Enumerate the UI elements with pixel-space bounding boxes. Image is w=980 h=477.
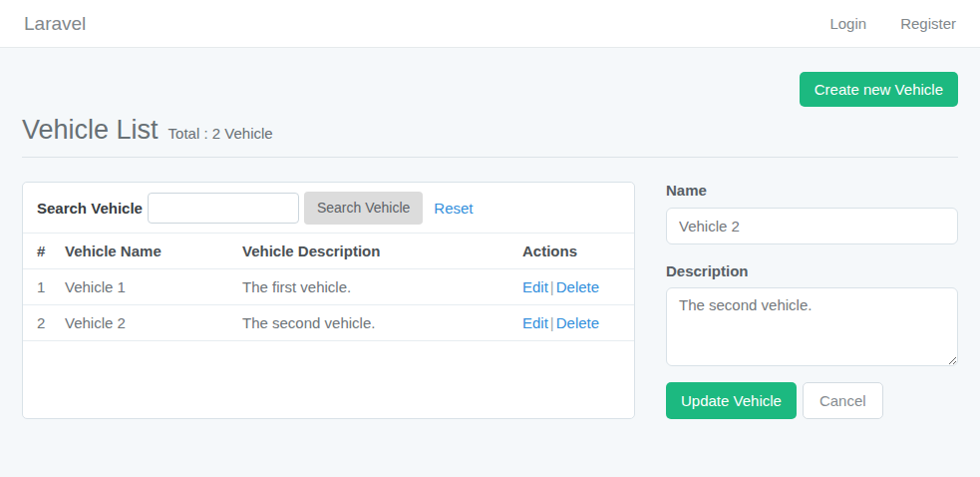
header-vehicle-name: Vehicle Name bbox=[51, 234, 228, 269]
content-columns: Search Vehicle Search Vehicle Reset # Ve… bbox=[22, 182, 958, 419]
cell-actions: Edit|Delete bbox=[508, 305, 634, 341]
delete-link[interactable]: Delete bbox=[556, 278, 599, 295]
navbar-links: Login Register bbox=[829, 15, 956, 32]
cell-vehicle-name: Vehicle 1 bbox=[51, 269, 228, 305]
cell-num: 1 bbox=[23, 269, 51, 305]
vehicle-edit-form: Name Description The second vehicle. Upd… bbox=[666, 182, 958, 419]
edit-link[interactable]: Edit bbox=[522, 278, 548, 295]
navbar: Laravel Login Register bbox=[0, 0, 980, 48]
cancel-button[interactable]: Cancel bbox=[803, 382, 883, 419]
name-input[interactable] bbox=[666, 208, 958, 244]
vehicle-list-card: Search Vehicle Search Vehicle Reset # Ve… bbox=[22, 182, 635, 419]
cell-vehicle-description: The first vehicle. bbox=[228, 269, 508, 305]
name-label: Name bbox=[666, 182, 958, 199]
search-label: Search Vehicle bbox=[37, 200, 143, 217]
create-button-row: Create new Vehicle bbox=[22, 72, 958, 107]
brand-link[interactable]: Laravel bbox=[24, 13, 86, 35]
page-title: Vehicle List bbox=[22, 115, 159, 146]
update-vehicle-button[interactable]: Update Vehicle bbox=[666, 382, 797, 419]
cell-num: 2 bbox=[23, 305, 51, 341]
cell-actions: Edit|Delete bbox=[508, 269, 634, 305]
page-heading: Vehicle List Total : 2 Vehicle bbox=[22, 115, 958, 146]
link-separator: | bbox=[550, 278, 554, 295]
cell-vehicle-name: Vehicle 2 bbox=[51, 305, 228, 341]
search-form: Search Vehicle Search Vehicle Reset bbox=[23, 183, 634, 233]
total-count-text: Total : 2 Vehicle bbox=[168, 125, 273, 142]
table-header-row: # Vehicle Name Vehicle Description Actio… bbox=[23, 234, 634, 269]
description-label: Description bbox=[666, 262, 958, 279]
header-vehicle-description: Vehicle Description bbox=[228, 234, 508, 269]
search-button[interactable]: Search Vehicle bbox=[304, 192, 423, 225]
divider bbox=[22, 157, 958, 158]
vehicle-table: # Vehicle Name Vehicle Description Actio… bbox=[23, 233, 634, 341]
edit-link[interactable]: Edit bbox=[522, 314, 548, 331]
description-field-group: Description The second vehicle. bbox=[666, 262, 958, 366]
link-separator: | bbox=[550, 314, 554, 331]
reset-link[interactable]: Reset bbox=[434, 200, 473, 217]
nav-login-link[interactable]: Login bbox=[829, 15, 866, 32]
main-content: Create new Vehicle Vehicle List Total : … bbox=[0, 48, 980, 419]
header-num: # bbox=[23, 234, 51, 269]
name-field-group: Name bbox=[666, 182, 958, 244]
cell-vehicle-description: The second vehicle. bbox=[228, 305, 508, 341]
delete-link[interactable]: Delete bbox=[556, 314, 599, 331]
table-row: 2 Vehicle 2 The second vehicle. Edit|Del… bbox=[23, 305, 634, 341]
create-vehicle-button[interactable]: Create new Vehicle bbox=[800, 72, 958, 107]
nav-register-link[interactable]: Register bbox=[900, 15, 956, 32]
header-actions: Actions bbox=[508, 234, 634, 269]
form-buttons: Update Vehicle Cancel bbox=[666, 382, 958, 419]
description-textarea[interactable]: The second vehicle. bbox=[666, 287, 958, 366]
search-input[interactable] bbox=[148, 193, 299, 224]
table-row: 1 Vehicle 1 The first vehicle. Edit|Dele… bbox=[23, 269, 634, 305]
